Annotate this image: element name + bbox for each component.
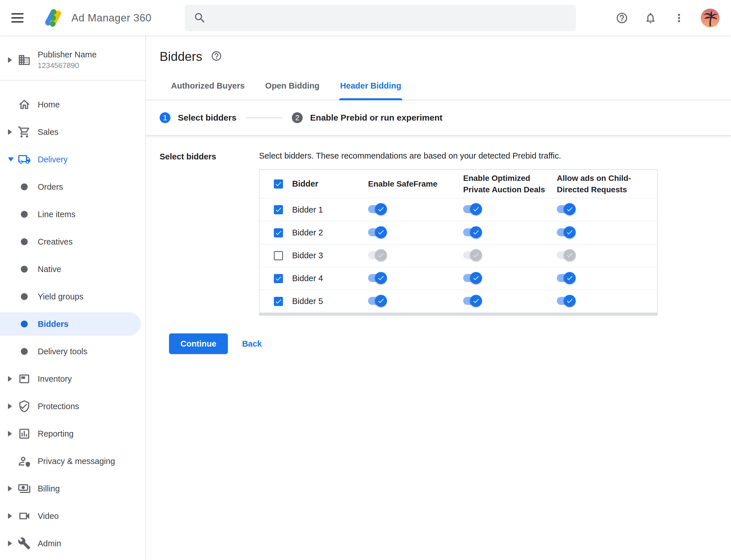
- tab-header-bidding[interactable]: Header Bidding: [339, 76, 402, 100]
- chevron-right-icon: [8, 57, 12, 63]
- sidebar-item-reporting[interactable]: Reporting: [0, 420, 145, 447]
- row-checkbox[interactable]: [274, 297, 283, 306]
- cart-icon: [17, 125, 31, 139]
- tabbar: Authorized Buyers Open Bidding Header Bi…: [146, 76, 731, 100]
- chevron-right-icon: [8, 513, 12, 519]
- row-checkbox[interactable]: [274, 274, 283, 283]
- truck-icon: [17, 153, 31, 166]
- help-icon[interactable]: [615, 11, 629, 25]
- chevron-right-icon: [8, 486, 12, 491]
- search-icon: [193, 11, 207, 25]
- publisher-selector[interactable]: Publisher Name 1234567890: [0, 36, 145, 81]
- sidebar-item-home[interactable]: Home: [0, 91, 145, 118]
- child-directed-toggle[interactable]: [557, 226, 576, 239]
- optimized-deals-toggle[interactable]: [463, 203, 482, 215]
- sidebar-item-billing[interactable]: Billing: [0, 475, 145, 502]
- row-checkbox[interactable]: [274, 251, 283, 260]
- sidebar-item-inventory[interactable]: Inventory: [0, 365, 145, 393]
- bullet-icon: [21, 266, 28, 273]
- row-checkbox[interactable]: [274, 228, 283, 237]
- videocam-icon: [17, 509, 31, 523]
- tab-authorized-buyers[interactable]: Authorized Buyers: [170, 76, 246, 100]
- publisher-id: 1234567890: [38, 61, 97, 70]
- bullet-icon: [21, 293, 28, 300]
- publisher-name: Publisher Name: [38, 50, 97, 59]
- chevron-down-icon: [8, 157, 14, 161]
- row-checkbox[interactable]: [274, 205, 283, 214]
- app-header: Ad Manager 360: [0, 0, 731, 36]
- step-number: 1: [160, 112, 171, 123]
- sidebar-item-delivery[interactable]: Delivery: [0, 146, 145, 173]
- page-help-icon[interactable]: [211, 50, 222, 63]
- sidebar-item-yield-groups[interactable]: Yield groups: [0, 283, 145, 310]
- table-row: Bidder 1: [260, 198, 657, 221]
- avatar[interactable]: [701, 9, 720, 27]
- app-title: Ad Manager 360: [71, 12, 152, 24]
- menu-icon[interactable]: [11, 9, 29, 27]
- safeframe-toggle[interactable]: [368, 203, 387, 215]
- optimized-deals-toggle[interactable]: [463, 295, 482, 307]
- more-vertical-icon[interactable]: [672, 11, 686, 25]
- sidebar-item-native[interactable]: Native: [0, 255, 145, 283]
- sidebar-item-bidders[interactable]: Bidders: [0, 310, 145, 338]
- sidebar-item-video[interactable]: Video: [0, 502, 145, 530]
- sidebar-item-delivery-tools[interactable]: Delivery tools: [0, 338, 145, 365]
- chevron-right-icon: [8, 403, 12, 409]
- sidebar-nav: Home Sales Delivery Orders Line items: [0, 91, 145, 557]
- child-directed-toggle[interactable]: [557, 295, 576, 307]
- sidebar-item-creatives[interactable]: Creatives: [0, 228, 145, 255]
- safeframe-toggle[interactable]: [368, 249, 387, 261]
- payments-icon: [17, 482, 31, 495]
- bullet-icon: [21, 348, 28, 355]
- optimized-deals-toggle[interactable]: [463, 249, 482, 261]
- tab-open-bidding[interactable]: Open Bidding: [264, 76, 321, 100]
- optimized-deals-toggle[interactable]: [463, 272, 482, 284]
- bar-chart-icon: [17, 427, 31, 440]
- table-row: Bidder 2: [260, 221, 657, 244]
- step-number: 2: [292, 112, 303, 123]
- safeframe-toggle[interactable]: [368, 272, 387, 284]
- select-all-checkbox[interactable]: [274, 179, 283, 189]
- child-directed-toggle[interactable]: [557, 203, 576, 215]
- description-text: Select bidders. These recommendations ar…: [259, 151, 658, 161]
- safeframe-toggle[interactable]: [368, 295, 387, 307]
- shield-check-icon: [17, 400, 31, 413]
- table-row: Bidder 4: [260, 267, 657, 290]
- column-header-child-directed: Allow ads on Child-Directed Requests: [557, 173, 641, 195]
- step-select-bidders: 1 Select bidders: [160, 112, 237, 123]
- sidebar-item-orders[interactable]: Orders: [0, 173, 145, 201]
- sidebar-item-protections[interactable]: Protections: [0, 393, 145, 420]
- table-row: Bidder 3: [260, 244, 657, 267]
- column-header-safeframe: Enable SafeFrame: [368, 178, 463, 190]
- sidebar-item-sales[interactable]: Sales: [0, 118, 145, 146]
- child-directed-toggle[interactable]: [557, 249, 576, 261]
- person-shield-icon: [17, 455, 31, 468]
- chevron-right-icon: [8, 541, 12, 546]
- safeframe-toggle[interactable]: [368, 226, 387, 239]
- sidebar: Publisher Name 1234567890 Home Sales Del…: [0, 36, 146, 560]
- bidders-table: Bidder Enable SafeFrame Enable Optimized…: [259, 169, 658, 316]
- palm-tree-icon: [701, 9, 720, 27]
- chevron-right-icon: [8, 129, 12, 135]
- optimized-deals-toggle[interactable]: [463, 226, 482, 239]
- building-icon: [17, 53, 31, 67]
- wizard-stepper: 1 Select bidders 2 Enable Prebid or run …: [146, 100, 731, 136]
- wrench-icon: [17, 537, 31, 550]
- column-header-optimized-deals: Enable Optimized Private Auction Deals: [463, 173, 549, 195]
- bullet-icon: [21, 238, 28, 245]
- main-content: Bidders Authorized Buyers Open Bidding H…: [146, 36, 731, 560]
- step-connector: [246, 117, 283, 118]
- search-input[interactable]: [185, 5, 576, 31]
- step-enable-prebid: 2 Enable Prebid or run experiment: [292, 112, 442, 123]
- inventory-icon: [17, 372, 31, 385]
- back-button[interactable]: Back: [242, 339, 262, 349]
- child-directed-toggle[interactable]: [557, 272, 576, 284]
- page-title: Bidders: [160, 49, 202, 64]
- horizontal-scrollbar[interactable]: [260, 313, 657, 315]
- continue-button[interactable]: Continue: [169, 333, 228, 354]
- sidebar-item-privacy-messaging[interactable]: Privacy & messaging: [0, 447, 145, 475]
- sidebar-item-admin[interactable]: Admin: [0, 530, 145, 557]
- notifications-bell-icon[interactable]: [644, 11, 657, 25]
- table-row: Bidder 5: [260, 290, 657, 313]
- sidebar-item-line-items[interactable]: Line items: [0, 201, 145, 228]
